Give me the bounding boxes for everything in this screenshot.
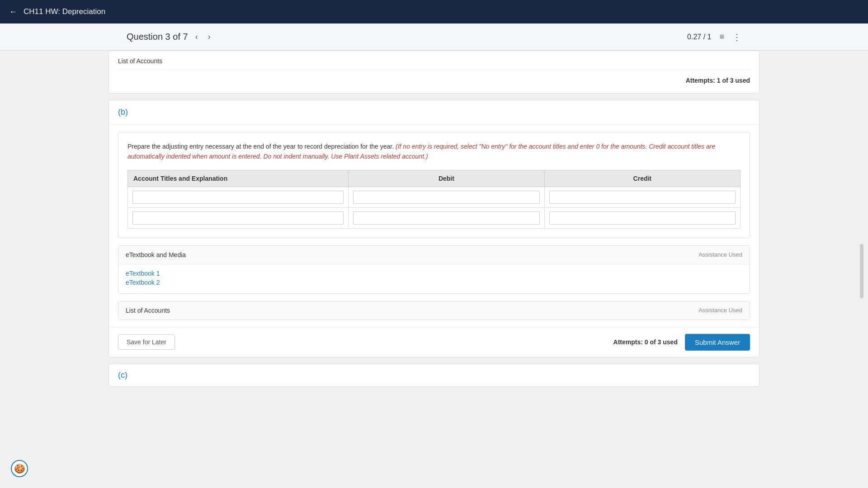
debit-cell-2 xyxy=(349,207,544,228)
table-row xyxy=(128,207,741,228)
account-input-1[interactable] xyxy=(132,191,344,204)
question-nav: Question 3 of 7 ‹ › xyxy=(127,30,213,43)
list-accounts-section: List of Accounts Assistance Used xyxy=(118,301,750,320)
account-cell-1 xyxy=(128,187,349,207)
debit-input-1[interactable] xyxy=(353,191,539,204)
etextbook-header: eTextbook and Media Assistance Used xyxy=(118,246,750,264)
top-list-of-accounts-label: List of Accounts xyxy=(118,57,750,70)
section-b-label: (b) xyxy=(118,108,128,117)
back-button[interactable]: ← xyxy=(9,7,17,17)
score-area: 0.27 / 1 ≡ ⋮ xyxy=(687,32,741,42)
top-attempts: Attempts: 1 of 3 used xyxy=(118,74,750,87)
prev-question-button[interactable]: ‹ xyxy=(193,30,201,43)
list-accounts-header: List of Accounts Assistance Used xyxy=(118,301,750,319)
etextbook-section: eTextbook and Media Assistance Used eTex… xyxy=(118,245,750,294)
credit-input-1[interactable] xyxy=(549,191,736,204)
debit-cell-1 xyxy=(349,187,544,207)
footer-actions: Save for Later Attempts: 0 of 3 used Sub… xyxy=(109,327,759,357)
journal-entry-table: Account Titles and Explanation Debit Cre… xyxy=(127,170,741,229)
col-credit-header: Credit xyxy=(544,170,740,187)
account-input-2[interactable] xyxy=(132,211,344,225)
credit-cell-2 xyxy=(544,207,740,228)
question-counter: Question 3 of 7 xyxy=(127,32,188,42)
section-b-card: (b) Prepare the adjusting entry necessar… xyxy=(108,100,760,357)
footer-attempts: Attempts: 0 of 3 used xyxy=(613,338,678,346)
list-accounts-assistance: Assistance Used xyxy=(698,307,742,314)
top-card: List of Accounts Attempts: 1 of 3 used xyxy=(108,51,760,94)
col-account-header: Account Titles and Explanation xyxy=(128,170,349,187)
score-display: 0.27 / 1 xyxy=(687,33,711,41)
cookie-icon[interactable]: 🍪 xyxy=(11,460,28,477)
section-b-header: (b) xyxy=(109,100,759,125)
debit-input-2[interactable] xyxy=(353,211,539,225)
page-title: CH11 HW: Depreciation xyxy=(24,7,105,16)
scroll-indicator xyxy=(860,244,863,298)
next-question-button[interactable]: › xyxy=(205,30,213,43)
list-icon[interactable]: ≡ xyxy=(719,32,724,42)
etextbook-assistance: Assistance Used xyxy=(698,251,742,258)
account-cell-2 xyxy=(128,207,349,228)
section-c-card: (c) xyxy=(108,364,760,387)
footer-right: Attempts: 0 of 3 used Submit Answer xyxy=(613,334,750,351)
more-icon[interactable]: ⋮ xyxy=(732,32,741,42)
save-for-later-button[interactable]: Save for Later xyxy=(118,334,175,350)
cookie-emoji: 🍪 xyxy=(14,463,25,474)
main-content: List of Accounts Attempts: 1 of 3 used (… xyxy=(0,51,868,411)
submit-answer-button[interactable]: Submit Answer xyxy=(685,334,750,351)
sub-header: Question 3 of 7 ‹ › 0.27 / 1 ≡ ⋮ xyxy=(0,23,868,51)
etextbook-title: eTextbook and Media xyxy=(126,251,186,258)
list-accounts-title: List of Accounts xyxy=(126,307,170,314)
credit-input-2[interactable] xyxy=(549,211,736,225)
instruction-plain: Prepare the adjusting entry necessary at… xyxy=(127,143,394,150)
credit-cell-1 xyxy=(544,187,740,207)
col-debit-header: Debit xyxy=(349,170,544,187)
instruction-card: Prepare the adjusting entry necessary at… xyxy=(118,132,750,238)
section-c-label: (c) xyxy=(118,371,127,380)
table-row xyxy=(128,187,741,207)
etextbook-links: eTextbook 1 eTextbook 2 xyxy=(118,264,750,293)
etextbook-link-1[interactable]: eTextbook 1 xyxy=(126,270,742,277)
instruction-text: Prepare the adjusting entry necessary at… xyxy=(127,141,741,162)
top-navigation: ← CH11 HW: Depreciation xyxy=(0,0,868,23)
etextbook-link-2[interactable]: eTextbook 2 xyxy=(126,279,742,286)
